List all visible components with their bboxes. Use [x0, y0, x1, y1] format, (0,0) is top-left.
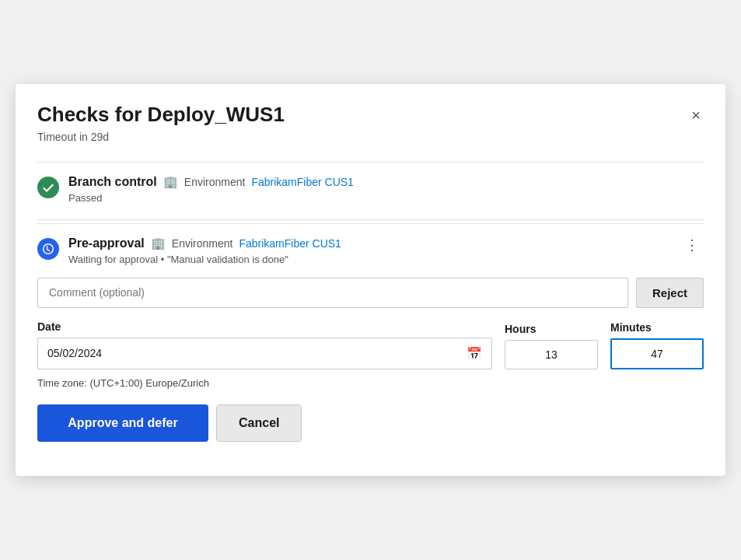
date-time-row: Date 📅 Hours Minutes [37, 320, 704, 369]
approve-defer-button[interactable]: Approve and defer [37, 404, 208, 442]
calendar-button[interactable]: 📅 [457, 338, 491, 369]
comment-input[interactable] [37, 278, 628, 308]
pre-approval-section: Pre-approval 🏢 Environment FabrikamFiber… [37, 223, 704, 454]
modal-subtitle: Timeout in 29d [37, 131, 285, 143]
minutes-input[interactable] [610, 338, 704, 369]
pre-approval-env-link[interactable]: FabrikamFiber CUS1 [239, 237, 341, 250]
pre-approval-env-icon: 🏢 [151, 236, 166, 250]
branch-control-name: Branch control [68, 175, 157, 189]
pre-approval-header: Pre-approval 🏢 Environment FabrikamFiber… [37, 236, 704, 265]
branch-env-label: Environment [184, 176, 246, 188]
hours-input[interactable] [505, 340, 598, 369]
calendar-icon: 📅 [467, 347, 482, 360]
checkmark-icon [42, 181, 54, 194]
more-icon: ⋮ [685, 237, 699, 253]
passed-icon [37, 177, 59, 198]
pre-approval-row: Pre-approval 🏢 Environment FabrikamFiber… [37, 236, 341, 265]
branch-env-icon: 🏢 [163, 175, 178, 189]
branch-control-title-row: Branch control 🏢 Environment FabrikamFib… [68, 175, 704, 189]
modal-title: Checks for Deploy_WUS1 [37, 103, 285, 127]
header-text: Checks for Deploy_WUS1 Timeout in 29d [37, 103, 285, 158]
branch-control-content: Branch control 🏢 Environment FabrikamFib… [68, 175, 704, 204]
branch-control-row: Branch control 🏢 Environment FabrikamFib… [37, 175, 704, 204]
date-field-group: Date 📅 [37, 320, 492, 369]
pre-approval-title-row: Pre-approval 🏢 Environment FabrikamFiber… [68, 236, 341, 250]
minutes-label: Minutes [610, 321, 704, 334]
minutes-field-group: Minutes [610, 321, 704, 369]
date-input[interactable] [38, 339, 457, 367]
cancel-button[interactable]: Cancel [216, 404, 302, 442]
branch-control-status: Passed [68, 192, 704, 204]
reject-button[interactable]: Reject [636, 278, 704, 308]
approval-form: Reject Date 📅 Hours [37, 278, 704, 442]
pre-approval-name: Pre-approval [68, 236, 145, 250]
action-buttons: Approve and defer Cancel [37, 404, 704, 442]
clock-icon [42, 243, 54, 255]
modal-header: Checks for Deploy_WUS1 Timeout in 29d × [37, 103, 704, 158]
checks-modal: Checks for Deploy_WUS1 Timeout in 29d × … [16, 84, 725, 475]
pre-approval-status: Waiting for approval • "Manual validatio… [68, 254, 341, 265]
pre-approval-env-label: Environment [172, 237, 233, 250]
date-input-wrapper: 📅 [37, 338, 492, 369]
comment-reject-row: Reject [37, 278, 704, 308]
timezone-text: Time zone: (UTC+1:00) Europe/Zurich [37, 377, 704, 389]
more-options-button[interactable]: ⋮ [680, 236, 704, 254]
close-icon: × [691, 107, 701, 124]
hours-label: Hours [505, 323, 598, 335]
close-button[interactable]: × [688, 104, 704, 126]
pre-approval-content: Pre-approval 🏢 Environment FabrikamFiber… [68, 236, 341, 265]
pending-icon [37, 238, 59, 260]
hours-field-group: Hours [505, 323, 598, 369]
branch-env-link[interactable]: FabrikamFiber CUS1 [251, 176, 353, 188]
section-divider [37, 219, 704, 220]
date-label: Date [37, 320, 492, 333]
branch-control-section: Branch control 🏢 Environment FabrikamFib… [37, 162, 704, 216]
